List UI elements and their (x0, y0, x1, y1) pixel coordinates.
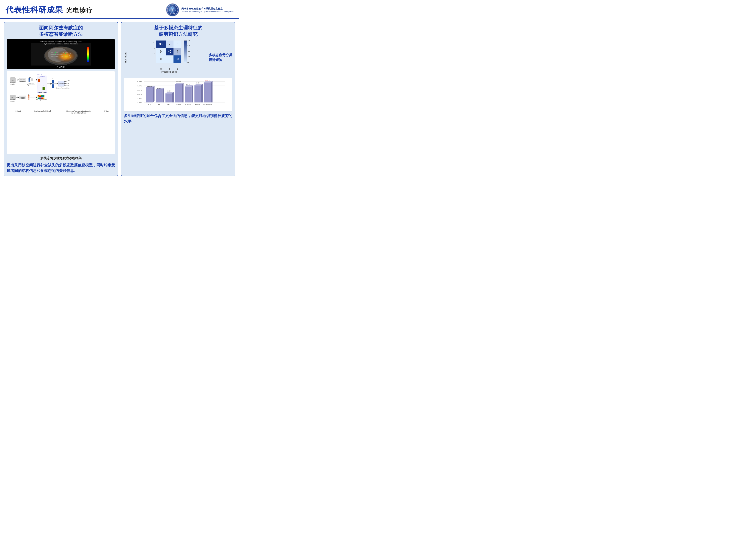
svg-text:Representaion: Representaion (27, 84, 35, 86)
svg-text:33: 33 (176, 57, 179, 61)
svg-text:K₁: K₁ (38, 77, 40, 79)
svg-rect-58 (43, 88, 45, 89)
svg-rect-64 (52, 81, 54, 82)
svg-text:- 10: - 10 (187, 56, 190, 58)
svg-rect-67 (52, 85, 54, 86)
cm-grid-container: 0 1 - 2 - 0 - 0 1 2 38 2 (128, 39, 207, 76)
svg-marker-153 (153, 86, 155, 102)
svg-rect-166 (175, 84, 182, 102)
svg-rect-92 (28, 99, 29, 100)
svg-text:MRI: MRI (11, 79, 14, 81)
svg-text:H: H (28, 94, 29, 96)
svg-rect-89 (28, 96, 29, 96)
svg-rect-55 (38, 81, 40, 82)
svg-point-9 (52, 49, 75, 62)
svg-text:0: 0 (160, 57, 162, 61)
svg-rect-100 (41, 96, 43, 98)
svg-text:92.72%: 92.72% (176, 81, 181, 82)
svg-text:PPG: PPG (168, 104, 170, 105)
svg-text:MCI: MCI (67, 80, 70, 82)
svg-point-11 (59, 51, 59, 52)
svg-text:ECG+BP: ECG+BP (176, 103, 181, 105)
svg-text:4: 4 (177, 50, 178, 53)
header-title-group: 代表性科研成果 光电诊疗 (6, 5, 93, 15)
svg-text:89.74%: 89.74% (186, 83, 190, 85)
bar-chart-svg: 95.00% 90.00% 85.00% 80.00% 75.00% 70.00… (133, 80, 230, 106)
svg-text:Extraction: Extraction (20, 98, 25, 99)
svg-text:NC: NC (67, 84, 69, 86)
svg-rect-97 (43, 95, 45, 96)
svg-text:Kᵢ: Kᵢ (43, 85, 44, 87)
logo-cn-text: 天津市光电检测技术与系统重点实验室 (181, 7, 233, 10)
svg-text:Latent Representation: Latent Representation (35, 99, 47, 101)
svg-text:81.19%: 81.19% (166, 90, 171, 92)
svg-text:ECG+PPG: ECG+PPG (185, 104, 191, 105)
svg-rect-37 (29, 79, 30, 80)
left-panel: 面向阿尔兹海默症的 多模态智能诊断方法 Excitability changes… (4, 22, 118, 177)
svg-marker-158 (163, 88, 164, 103)
svg-text:75.00%: 75.00% (137, 98, 142, 99)
svg-text:0 -: 0 - (148, 43, 150, 45)
cm-annotation: 多模态疲劳分类 混淆矩阵 (209, 53, 232, 62)
framework-caption: 多模态阿尔兹海默症诊断框架 (7, 156, 115, 160)
cm-y-label: True labels (124, 39, 127, 76)
svg-rect-133 (184, 41, 187, 63)
svg-point-16 (61, 54, 62, 54)
svg-point-15 (58, 53, 58, 54)
header: 代表性科研成果 光电诊疗 LOOTS 天津市光电检测技术与系统重点实验室 Ti (0, 0, 239, 19)
svg-text:Modality: Modality (10, 101, 15, 102)
svg-text:0: 0 (160, 68, 162, 70)
svg-rect-99 (40, 96, 41, 98)
svg-text:Common Representation: Common Representation (56, 87, 70, 89)
svg-text:91.16%: 91.16% (196, 82, 200, 84)
svg-text:Feature: Feature (21, 79, 25, 80)
svg-rect-57 (43, 87, 45, 88)
logo-area: LOOTS 天津市光电检测技术与系统重点实验室 Tianjin Key Labo… (166, 3, 233, 17)
svg-rect-96 (41, 95, 43, 96)
pre-tacs-label: Pre-tACS (57, 66, 65, 68)
svg-rect-102 (37, 98, 39, 99)
svg-rect-151 (146, 87, 153, 102)
svg-text:ECG: ECG (148, 104, 151, 105)
left-description: 提出采用核空间进行补全缺失的多模态数据信息模型，同时约束受试者间的结构信息和多模… (7, 162, 115, 174)
svg-point-3 (172, 9, 173, 11)
svg-text:94.87%: 94.87% (205, 80, 210, 81)
svg-rect-54 (38, 80, 40, 81)
svg-rect-68 (52, 86, 54, 87)
svg-text:86.32%: 86.32% (157, 87, 161, 89)
svg-text:via Kernel Completion: via Kernel Completion (71, 112, 86, 114)
arch-svg: ① Input ② Auto-encoder Network ③ Common … (8, 73, 113, 114)
svg-text:BP+PPG: BP+PPG (195, 104, 200, 105)
svg-text:LOOTS: LOOTS (170, 13, 175, 14)
svg-text:Predicted labels: Predicted labels (161, 71, 177, 73)
brain-image-area: Excitability changes induced in the huma… (7, 39, 115, 69)
svg-text:Classifier: Classifier (59, 83, 64, 84)
svg-text:80.00%: 80.00% (137, 93, 142, 95)
svg-text:X⁽¹⁾: X⁽¹⁾ (29, 77, 31, 78)
svg-rect-91 (28, 98, 29, 98)
svg-text:88.88%: 88.88% (147, 85, 152, 87)
svg-point-14 (54, 54, 55, 54)
svg-text:- 30: - 30 (187, 45, 190, 47)
right-panel: 基于多模态生理特征的 疲劳辩识方法研究 True labels 0 1 - 2 … (121, 22, 235, 177)
arch-diagram: ① Input ② Auto-encoder Network ③ Common … (7, 71, 115, 154)
svg-rect-98 (37, 96, 39, 98)
svg-rect-65 (52, 82, 54, 83)
svg-rect-59 (43, 89, 45, 90)
svg-text:?: ? (32, 80, 32, 81)
svg-text:Feature: Feature (21, 97, 25, 98)
svg-marker-163 (172, 92, 174, 102)
svg-rect-156 (156, 89, 162, 103)
main-content: 面向阿尔兹海默症的 多模态智能诊断方法 Excitability changes… (0, 19, 239, 179)
svg-rect-66 (52, 83, 54, 85)
svg-rect-36 (29, 78, 30, 79)
svg-marker-173 (191, 85, 193, 102)
svg-text:BP: BP (158, 104, 160, 105)
svg-text:② Auto-encoder Network: ② Auto-encoder Network (34, 110, 51, 112)
svg-text:2 -: 2 - (152, 52, 155, 55)
svg-text:38: 38 (159, 43, 162, 46)
svg-rect-105 (43, 98, 45, 99)
svg-text:PET: PET (11, 97, 14, 98)
confusion-matrix-area: True labels 0 1 - 2 - 0 - 0 1 2 (124, 39, 232, 76)
svg-text:AD: AD (67, 82, 69, 84)
